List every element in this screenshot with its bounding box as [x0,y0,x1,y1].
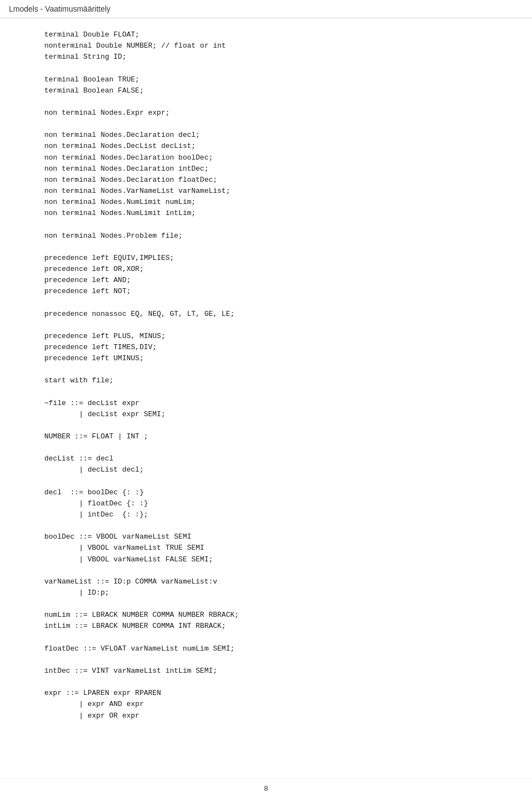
code-block: terminal Double FLOAT; nonterminal Doubl… [44,29,488,722]
header: Lmodels - Vaatimusmäärittely [0,0,532,18]
header-title: Lmodels - Vaatimusmäärittely [9,4,110,13]
page-footer: 8 [0,778,532,798]
page-container: Lmodels - Vaatimusmäärittely terminal Do… [0,0,532,798]
content: terminal Double FLOAT; nonterminal Doubl… [0,18,532,778]
page-number: 8 [264,784,268,792]
